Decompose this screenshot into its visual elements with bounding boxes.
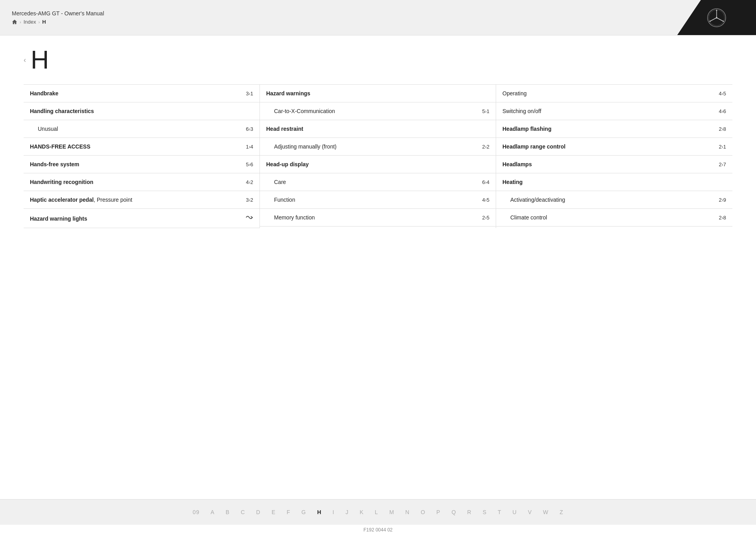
entry-hands-free-access[interactable]: HANDS-FREE ACCESS 1›4 — [24, 138, 259, 156]
entry-page: 5›1 — [482, 108, 489, 114]
entry-page: 6›4 — [482, 179, 489, 185]
alpha-item-z[interactable]: Z — [554, 506, 569, 518]
entry-adjusting-manually[interactable]: Adjusting manually (front) 2›2 — [260, 138, 496, 156]
entry-label: Climate control — [510, 214, 716, 221]
entry-label: Handbrake — [30, 90, 243, 97]
index-grid: Handbrake 3›1 Handling characteristics U… — [24, 84, 732, 228]
svg-point-7 — [710, 20, 711, 22]
entry-switching-on-off[interactable]: Switching on/off 4›6 — [496, 102, 732, 120]
alpha-item-e[interactable]: E — [266, 506, 281, 518]
entry-label: Function — [274, 197, 479, 203]
alpha-item-c[interactable]: C — [235, 506, 250, 518]
entry-label: Adjusting manually (front) — [274, 143, 479, 150]
alpha-item-d[interactable]: D — [251, 506, 266, 518]
alpha-item-s[interactable]: S — [477, 506, 492, 518]
entry-heating[interactable]: Heating — [496, 173, 732, 191]
entry-label: Hazard warnings — [266, 90, 486, 97]
alpha-item-k[interactable]: K — [354, 506, 369, 518]
entry-care[interactable]: Care 6›4 — [260, 173, 496, 191]
entry-label: Head-up display — [266, 161, 486, 167]
header-left: Mercedes-AMG GT - Owner's Manual › Index… — [0, 0, 677, 35]
alpha-item-r[interactable]: R — [462, 506, 477, 518]
index-col-2: Hazard warnings Car-to-X-Communication 5… — [260, 85, 496, 228]
entry-climate-control[interactable]: Climate control 2›8 — [496, 209, 732, 227]
entry-unusual[interactable]: Unusual 6›3 — [24, 120, 259, 138]
breadcrumb-sep-1: › — [20, 20, 21, 24]
entry-hands-free-system[interactable]: Hands-free system 5›6 — [24, 156, 259, 173]
entry-page: 2›2 — [482, 144, 489, 150]
footer-code: F192 0044 02 — [0, 525, 756, 535]
entry-label: Handling characteristics — [30, 108, 250, 114]
main-content: ‹ H Handbrake 3›1 Handling characteristi… — [0, 35, 756, 499]
alpha-item-j[interactable]: J — [340, 506, 354, 518]
entry-page — [245, 214, 253, 222]
alpha-item-v[interactable]: V — [523, 506, 537, 518]
prev-page-button[interactable]: ‹ — [24, 56, 26, 64]
alpha-item-i[interactable]: I — [327, 506, 340, 518]
page-letter-header: ‹ H — [24, 47, 732, 72]
entry-memory-function[interactable]: Memory function 2›5 — [260, 209, 496, 227]
alpha-nav: 09 A B C D E F G H I J K L M N O P Q R S… — [24, 506, 732, 518]
alpha-item-m[interactable]: M — [384, 506, 400, 518]
alpha-item-w[interactable]: W — [537, 506, 554, 518]
entry-headlamps[interactable]: Headlamps 2›7 — [496, 156, 732, 173]
entry-handling-characteristics[interactable]: Handling characteristics — [24, 102, 259, 120]
entry-handbrake[interactable]: Handbrake 3›1 — [24, 85, 259, 102]
entry-label: Hands-free system — [30, 161, 243, 167]
entry-page: 4›5 — [482, 197, 489, 203]
entry-head-up-display[interactable]: Head-up display — [260, 156, 496, 173]
breadcrumb-sep-2: › — [38, 20, 40, 24]
alpha-item-g[interactable]: G — [296, 506, 312, 518]
entry-label: Headlamps — [502, 161, 716, 167]
alpha-item-u[interactable]: U — [507, 506, 523, 518]
entry-hazard-warnings[interactable]: Hazard warnings — [260, 85, 496, 102]
entry-page: 6›3 — [246, 126, 253, 132]
entry-handwriting-recognition[interactable]: Handwriting recognition 4›2 — [24, 173, 259, 191]
entry-label: Switching on/off — [502, 108, 716, 114]
entry-label: Headlamp flashing — [502, 126, 716, 132]
entry-hazard-warning-lights[interactable]: Hazard warning lights — [24, 209, 259, 228]
entry-operating[interactable]: Operating 4›5 — [496, 85, 732, 102]
alpha-item-a[interactable]: A — [205, 506, 220, 518]
svg-point-8 — [723, 20, 724, 22]
entry-page: 4›2 — [246, 179, 253, 185]
entry-page: 4›5 — [719, 91, 726, 97]
mercedes-star-icon — [707, 8, 726, 28]
entry-label: Unusual — [38, 126, 243, 132]
alpha-item-l[interactable]: L — [369, 506, 384, 518]
entry-label: HANDS-FREE ACCESS — [30, 143, 243, 150]
entry-headlamp-flashing[interactable]: Headlamp flashing 2›8 — [496, 120, 732, 138]
breadcrumb: › Index › H — [12, 19, 665, 25]
alpha-item-t[interactable]: T — [492, 506, 507, 518]
entry-label: Car-to-X-Communication — [274, 108, 479, 114]
alpha-item-p[interactable]: P — [431, 506, 446, 518]
entry-page: 3›1 — [246, 91, 253, 97]
alpha-item-f[interactable]: F — [281, 506, 296, 518]
entry-label: Operating — [502, 90, 716, 97]
alpha-item-h[interactable]: H — [311, 506, 327, 518]
entry-label: Handwriting recognition — [30, 179, 243, 185]
svg-line-4 — [710, 18, 717, 21]
entry-function[interactable]: Function 4›5 — [260, 191, 496, 209]
alpha-item-o[interactable]: O — [415, 506, 431, 518]
breadcrumb-index[interactable]: Index — [24, 19, 36, 25]
alpha-item-q[interactable]: Q — [446, 506, 462, 518]
svg-point-9 — [716, 17, 717, 19]
home-icon[interactable] — [12, 19, 17, 25]
entry-page: 4›6 — [719, 108, 726, 114]
entry-label: Hazard warning lights — [30, 215, 242, 222]
entry-page: 5›6 — [246, 162, 253, 167]
entry-haptic-pedal[interactable]: Haptic accelerator pedal, Pressure point… — [24, 191, 259, 209]
entry-headlamp-range-control[interactable]: Headlamp range control 2›1 — [496, 138, 732, 156]
entry-car-to-x[interactable]: Car-to-X-Communication 5›1 — [260, 102, 496, 120]
alpha-item-b[interactable]: B — [220, 506, 235, 518]
index-col-3: Operating 4›5 Switching on/off 4›6 Headl… — [496, 85, 732, 228]
alpha-item-09[interactable]: 09 — [187, 506, 205, 518]
entry-activating-deactivating[interactable]: Activating/deactivating 2›9 — [496, 191, 732, 209]
entry-label: Memory function — [274, 214, 479, 221]
entry-page: 2›7 — [719, 162, 726, 167]
entry-page: 3›2 — [246, 197, 253, 203]
alpha-item-n[interactable]: N — [400, 506, 415, 518]
entry-head-restraint[interactable]: Head restraint — [260, 120, 496, 138]
svg-point-6 — [716, 9, 717, 11]
